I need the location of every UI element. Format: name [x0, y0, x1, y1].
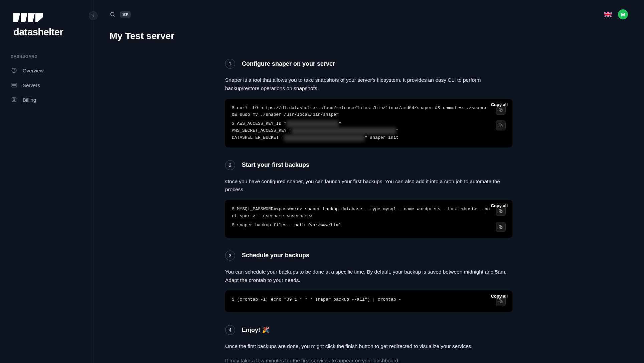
command-row: $ snaper backup files --path /var/www/ht…	[232, 222, 506, 232]
main-panel: ⌘K M My Test server 1Configure snaper on…	[94, 0, 644, 363]
step-header: 4Enjoy! 🎉	[225, 325, 512, 335]
sidebar-item-label: Billing	[23, 97, 36, 103]
step-description: Once the first backups are done, you mig…	[225, 342, 512, 351]
server-icon	[11, 82, 17, 88]
step-header: 1Configure snaper on your server	[225, 59, 512, 69]
copy-command-button[interactable]	[496, 120, 506, 130]
sidebar-item-label: Overview	[23, 68, 44, 73]
step-header: 3Schedule your backups	[225, 251, 512, 261]
brand-name: datashelter	[13, 27, 80, 38]
step-description: Once you have configured snaper, you can…	[225, 177, 512, 194]
sidebar-section-label: DASHBOARD	[0, 54, 93, 63]
step-header: 2Start your first backups	[225, 160, 512, 170]
step-description: You can schedule your backups to be done…	[225, 268, 512, 285]
step-number: 4	[225, 325, 235, 335]
command-text: $ snaper backup files --path /var/www/ht…	[232, 222, 491, 229]
language-flag-uk[interactable]	[604, 12, 612, 17]
sidebar-item-label: Servers	[23, 82, 40, 88]
step-number: 2	[225, 160, 235, 170]
step-note: It may take a few minutes for the first …	[225, 357, 512, 363]
command-text: $ curl -LO https://dl.datashelter.cloud/…	[232, 105, 491, 119]
step-number: 1	[225, 59, 235, 69]
command-row: $ (crontab -l; echo "39 1 * * * snaper b…	[232, 296, 506, 306]
masked-secret: xxxxxxxxxxxxxxxxxxxxxxxxxxxxxxxxxxxxxxxx	[292, 127, 396, 134]
svg-point-4	[111, 12, 114, 16]
code-block: Copy all$ (crontab -l; echo "39 1 * * * …	[225, 290, 512, 312]
logo-icon	[13, 13, 43, 22]
sidebar-item-servers[interactable]: Servers	[0, 78, 93, 92]
page-title: My Test server	[110, 31, 628, 41]
dollar-icon	[11, 96, 17, 103]
sidebar-item-overview[interactable]: Overview	[0, 63, 93, 78]
step-title: Schedule your backups	[242, 252, 309, 259]
avatar[interactable]: M	[618, 9, 628, 19]
sidebar-item-billing[interactable]: Billing	[0, 92, 93, 107]
command-row: $ AWS_ACCESS_KEY_ID="XXXXXXXXXXXXXXXXXXX…	[232, 120, 506, 141]
svg-rect-1	[12, 83, 16, 85]
step-number: 3	[225, 251, 235, 261]
search-shortcut[interactable]: ⌘K	[120, 11, 131, 18]
step-title: Start your first backups	[242, 161, 309, 168]
copy-all-button[interactable]: Copy all	[491, 293, 508, 300]
masked-secret: XXXXXXXXXXXXXXXXXXXX	[287, 120, 339, 127]
command-text: $ (crontab -l; echo "39 1 * * * snaper b…	[232, 296, 491, 303]
svg-rect-2	[12, 86, 16, 87]
step-description: Snaper is a tool that allows you to take…	[225, 76, 512, 93]
search-icon[interactable]	[110, 11, 116, 17]
code-block: Copy all$ MYSQL_PASSWORD=<password> snap…	[225, 200, 512, 238]
gauge-icon	[11, 67, 17, 74]
copy-all-button[interactable]: Copy all	[491, 101, 508, 108]
copy-command-button[interactable]	[496, 222, 506, 232]
command-text: $ MYSQL_PASSWORD=<password> snaper backu…	[232, 206, 491, 220]
copy-all-button[interactable]: Copy all	[491, 203, 508, 210]
step-title: Enjoy! 🎉	[242, 326, 269, 334]
step-title: Configure snaper on your server	[242, 60, 335, 67]
topbar: ⌘K M	[110, 9, 628, 19]
code-block: Copy all$ curl -LO https://dl.datashelte…	[225, 99, 512, 147]
command-row: $ MYSQL_PASSWORD=<password> snaper backu…	[232, 206, 506, 220]
masked-secret: xxxxxxxxxxxxxxxxxxxxxxxxxxxxxxx	[284, 134, 365, 141]
sidebar: datashelter DASHBOARD Overview Servers B…	[0, 0, 94, 363]
brand-logo[interactable]: datashelter	[0, 10, 93, 54]
command-row: $ curl -LO https://dl.datashelter.cloud/…	[232, 105, 506, 119]
command-text: $ AWS_ACCESS_KEY_ID="XXXXXXXXXXXXXXXXXXX…	[232, 120, 491, 141]
